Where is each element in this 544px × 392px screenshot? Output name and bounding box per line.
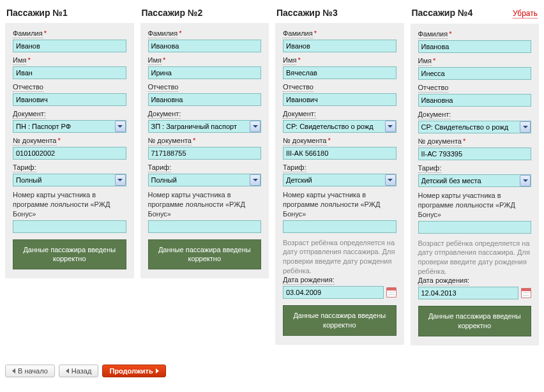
name-label: Имя [418,57,432,66]
required-asterisk: * [328,137,331,144]
patronymic-input[interactable] [13,93,126,106]
patronymic-input[interactable] [418,94,532,107]
nav-continue-label: Продолжить [109,367,153,375]
surname-label: Фамилия [148,29,178,38]
confirm-passenger-button[interactable]: Данные пассажира введены корректно [418,306,532,336]
dob-input[interactable] [283,286,384,299]
required-asterisk: * [163,56,165,64]
remove-passenger-link[interactable]: Убрать [513,9,538,19]
name-input[interactable] [418,67,532,80]
document-select[interactable] [13,120,126,133]
passenger-column: Пассажир №1Фамилия*Имя*ОтчествоДокумент:… [5,5,134,345]
passenger-panel: Фамилия*Имя*ОтчествоДокумент:№ документа… [275,23,404,345]
nav-continue-button[interactable]: Продолжить [102,365,165,377]
chevron-left-icon [12,368,15,373]
tariff-label: Тариф: [283,163,306,172]
name-label: Имя [283,56,296,65]
passenger-title: Пассажир №4 [412,8,473,18]
patronymic-label: Отчество [283,83,314,92]
passenger-panel: Фамилия*Имя*ОтчествоДокумент:№ документа… [5,23,134,278]
loyalty-input[interactable] [13,220,126,233]
surname-input[interactable] [13,40,126,52]
document-dropdown-button[interactable] [115,121,126,132]
passenger-column: Пассажир №2Фамилия*Имя*ОтчествоДокумент:… [140,5,269,345]
chevron-down-icon [253,125,258,128]
required-asterisk: * [179,29,181,37]
confirm-passenger-button[interactable]: Данные пассажира введены корректно [148,239,262,270]
patronymic-label: Отчество [13,83,43,92]
tariff-select[interactable] [418,174,532,187]
tariff-select[interactable] [148,174,262,186]
document-dropdown-button[interactable] [250,121,261,132]
tariff-dropdown-button[interactable] [250,174,261,186]
loyalty-label: Номер карты участника в программе лояльн… [148,190,262,219]
nav-back-label: Назад [72,367,92,375]
document-dropdown-button[interactable] [385,121,396,132]
nav-back-button[interactable]: Назад [59,365,99,377]
tariff-label: Тариф: [13,163,36,172]
confirm-passenger-button[interactable]: Данные пассажира введены корректно [283,305,397,336]
chevron-down-icon [117,125,123,128]
chevron-left-icon [66,368,69,373]
name-input[interactable] [13,66,126,79]
doc-number-label: № документа [418,137,462,146]
loyalty-input[interactable] [418,221,532,234]
surname-label: Фамилия [283,29,313,38]
child-age-note: Возраст ребёнка определяется на дату отп… [418,239,532,276]
doc-number-input[interactable] [418,147,532,160]
passenger-panel: Фамилия*Имя*ОтчествоДокумент:№ документа… [140,23,269,278]
chevron-right-icon [156,368,159,373]
chevron-down-icon [388,179,393,181]
surname-input[interactable] [148,40,262,52]
document-select[interactable] [283,120,397,133]
surname-label: Фамилия [13,29,43,38]
name-input[interactable] [283,66,397,79]
required-asterisk: * [193,137,195,144]
required-asterisk: * [44,29,47,37]
doc-number-label: № документа [283,137,327,146]
chevron-down-icon [117,179,123,181]
chevron-down-icon [253,179,258,181]
passenger-title: Пассажир №2 [142,8,203,18]
passenger-column: Пассажир №4УбратьФамилия*Имя*ОтчествоДок… [411,5,540,345]
loyalty-input[interactable] [148,220,262,233]
tariff-dropdown-button[interactable] [385,174,396,186]
chevron-down-icon [388,125,393,128]
document-dropdown-button[interactable] [520,121,531,133]
document-select[interactable] [418,121,532,133]
calendar-icon[interactable] [521,288,531,298]
required-asterisk: * [463,137,465,145]
passenger-column: Пассажир №3Фамилия*Имя*ОтчествоДокумент:… [275,5,404,345]
required-asterisk: * [298,56,300,64]
doc-number-label: № документа [148,137,192,146]
chevron-down-icon [523,179,528,182]
nav-start-button[interactable]: В начало [5,365,55,377]
name-label: Имя [13,56,26,65]
passenger-title: Пассажир №1 [6,8,68,18]
document-select[interactable] [148,120,262,133]
required-asterisk: * [58,137,61,144]
doc-number-input[interactable] [148,147,262,160]
surname-input[interactable] [418,40,532,53]
dob-input[interactable] [418,287,519,299]
doc-number-label: № документа [13,137,57,146]
doc-number-input[interactable] [283,147,397,160]
calendar-icon[interactable] [386,287,397,298]
patronymic-input[interactable] [148,93,262,106]
loyalty-label: Номер карты участника в программе лояльн… [418,191,532,220]
surname-input[interactable] [283,40,397,52]
document-label: Документ: [283,110,316,119]
name-label: Имя [148,56,162,65]
loyalty-input[interactable] [283,220,397,233]
tariff-select[interactable] [283,174,397,186]
tariff-dropdown-button[interactable] [520,175,531,186]
required-asterisk: * [449,30,451,38]
tariff-select[interactable] [13,174,126,186]
name-input[interactable] [148,66,262,79]
patronymic-label: Отчество [418,84,449,93]
confirm-passenger-button[interactable]: Данные пассажира введены корректно [13,239,126,270]
patronymic-input[interactable] [283,93,397,106]
tariff-dropdown-button[interactable] [115,174,126,186]
doc-number-input[interactable] [13,147,126,160]
document-label: Документ: [148,110,181,119]
